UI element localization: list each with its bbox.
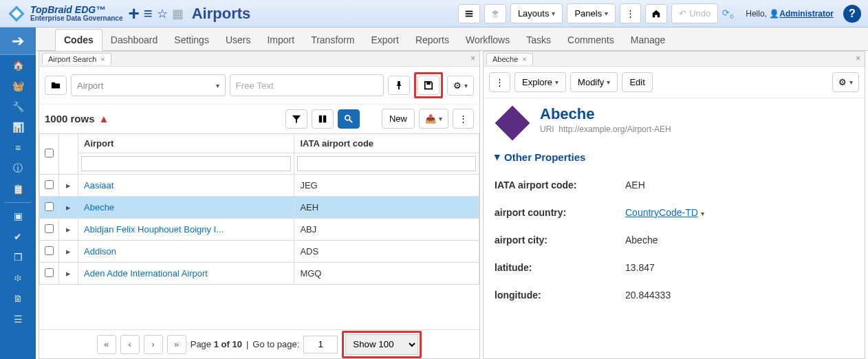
row-checkbox[interactable] <box>45 202 54 211</box>
grid-kebab-button[interactable]: ⋮ <box>453 109 474 129</box>
filter-button[interactable] <box>285 109 307 129</box>
form-gear-button[interactable]: ⚙ ▾ <box>832 72 859 92</box>
form-panel-tab[interactable]: Abeche × <box>486 53 533 65</box>
airport-link[interactable]: Abeche <box>84 202 114 213</box>
pager-goto-input[interactable] <box>303 336 338 353</box>
tab-codes[interactable]: Codes <box>55 29 102 51</box>
tab-import[interactable]: Import <box>259 30 303 50</box>
edit-button[interactable]: Edit <box>622 72 652 92</box>
table-row[interactable]: ▸AasiaatJEG <box>40 175 479 197</box>
star-icon[interactable]: ☆ <box>157 6 168 21</box>
logo[interactable]: TopBraid EDG™ Enterprise Data Governance <box>7 4 123 23</box>
help-icon[interactable]: ? <box>843 5 861 23</box>
pager-last[interactable]: » <box>167 335 186 354</box>
property-link[interactable]: CountryCode-TD <box>625 207 698 218</box>
side-menu-icon[interactable]: ☰ <box>0 309 36 329</box>
table-row[interactable]: ▸AddisonADS <box>40 241 479 263</box>
outline-button[interactable] <box>458 4 480 23</box>
side-doc-icon[interactable]: 🗎 <box>0 288 36 309</box>
kebab-button[interactable]: ⋮ <box>620 3 641 23</box>
side-wrench-icon[interactable]: 🔧 <box>0 96 36 117</box>
panels-button[interactable]: Panels ▾ <box>567 3 616 23</box>
expand-icon[interactable]: ▸ <box>59 175 78 197</box>
folder-button[interactable] <box>45 76 67 95</box>
tab-manage[interactable]: Manage <box>622 30 674 50</box>
side-list-icon[interactable]: ≡ <box>0 138 36 158</box>
side-basket-icon[interactable]: 🧺 <box>0 76 36 96</box>
explore-button[interactable]: Explore ▾ <box>514 72 566 92</box>
side-check-icon[interactable]: ✔ <box>0 226 36 247</box>
select-all-checkbox[interactable] <box>45 149 54 157</box>
export-button[interactable]: 📤▾ <box>419 109 448 129</box>
list-icon[interactable]: ≡ <box>144 5 153 23</box>
search-panel-tab[interactable]: Airport Search × <box>42 53 111 65</box>
column-airport[interactable]: Airport <box>78 134 294 153</box>
free-text-input[interactable] <box>230 74 384 96</box>
chevron-down-icon[interactable]: ▾ <box>701 210 704 217</box>
filter-airport-input[interactable] <box>81 156 291 171</box>
expand-icon[interactable]: ▸ <box>59 263 78 285</box>
filter-code-input[interactable] <box>297 156 476 171</box>
pager-pagesize-select[interactable]: Show 100 <box>345 334 418 355</box>
row-checkbox[interactable] <box>45 246 54 255</box>
type-select[interactable]: Airport ▾ <box>71 74 226 96</box>
tab-comments[interactable]: Comments <box>559 30 622 50</box>
tab-users[interactable]: Users <box>217 30 259 50</box>
side-cube-icon[interactable]: ❒ <box>0 247 36 268</box>
form-kebab-button[interactable]: ⋮ <box>489 72 510 92</box>
new-button[interactable]: New <box>382 109 415 129</box>
airport-link[interactable]: Abidjan Felix Houphouet Boigny I... <box>84 224 224 235</box>
side-clipboard-icon[interactable]: 📋 <box>0 179 36 199</box>
table-row[interactable]: ▸AbecheAEH <box>40 197 479 219</box>
grid-icon[interactable]: ▦ <box>172 6 184 21</box>
code-cell: ADS <box>294 241 479 262</box>
modify-button[interactable]: Modify ▾ <box>570 72 618 92</box>
home-button[interactable] <box>645 4 667 23</box>
close-icon[interactable]: × <box>522 55 526 63</box>
panel-close-icon[interactable]: × <box>470 54 475 63</box>
pager-first[interactable]: « <box>97 335 116 354</box>
side-net-icon[interactable]: ፨ <box>0 268 36 288</box>
airport-link[interactable]: Addison <box>84 246 116 257</box>
property-value: Abeche <box>625 235 658 246</box>
layers-button[interactable] <box>484 4 506 23</box>
pin-button[interactable] <box>388 76 410 95</box>
side-home-icon[interactable]: 🏠 <box>0 55 36 76</box>
columns-button[interactable] <box>312 109 334 129</box>
close-icon[interactable]: × <box>100 55 105 63</box>
pager-next[interactable]: › <box>144 335 163 354</box>
side-chart-icon[interactable]: 📊 <box>0 117 36 138</box>
expand-icon[interactable]: ▸ <box>59 197 78 219</box>
airport-link[interactable]: Aden Adde International Airport <box>84 268 208 279</box>
undo-button[interactable]: ↶ Undo <box>671 3 718 23</box>
save-button[interactable] <box>417 76 440 95</box>
airport-link[interactable]: Aasiaat <box>84 180 113 191</box>
expand-icon[interactable]: ▸ <box>59 219 78 241</box>
row-checkbox[interactable] <box>45 224 54 233</box>
add-icon[interactable]: + <box>129 3 140 25</box>
panel-close-icon[interactable]: × <box>856 54 860 63</box>
tab-settings[interactable]: Settings <box>166 30 217 50</box>
table-row[interactable]: ▸Abidjan Felix Houphouet Boigny I...ABJ <box>40 219 479 241</box>
refresh-icon[interactable]: ⟳0 <box>722 8 733 20</box>
layouts-button[interactable]: Layouts ▾ <box>510 3 563 23</box>
sidebar-collapse[interactable]: ➔ <box>0 28 36 55</box>
tab-tasks[interactable]: Tasks <box>518 30 559 50</box>
table-row[interactable]: ▸Aden Adde International AirportMGQ <box>40 263 479 285</box>
section-other-properties[interactable]: ▾ Other Properties <box>484 148 865 166</box>
tab-workflows[interactable]: Workflows <box>457 30 518 50</box>
user-link[interactable]: Administrator <box>779 9 834 19</box>
column-code[interactable]: IATA airport code <box>294 134 479 153</box>
expand-icon[interactable]: ▸ <box>59 241 78 263</box>
tab-dashboard[interactable]: Dashboard <box>102 30 166 50</box>
row-checkbox[interactable] <box>45 180 54 189</box>
search-button[interactable] <box>338 109 360 129</box>
row-checkbox[interactable] <box>45 268 54 277</box>
side-box-icon[interactable]: ▣ <box>0 206 36 226</box>
tab-transform[interactable]: Transform <box>303 30 362 50</box>
tab-reports[interactable]: Reports <box>407 30 457 50</box>
pager-prev[interactable]: ‹ <box>120 335 140 354</box>
gear-button[interactable]: ⚙ ▾ <box>447 76 474 96</box>
side-info-icon[interactable]: ⓘ <box>0 158 36 179</box>
tab-export[interactable]: Export <box>362 30 406 50</box>
